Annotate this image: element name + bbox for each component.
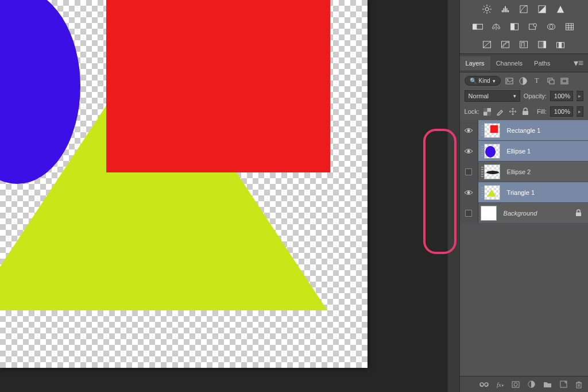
opacity-label: Opacity: xyxy=(524,93,547,99)
gradient-map-icon[interactable] xyxy=(537,40,547,49)
new-layer-icon[interactable] xyxy=(560,381,567,388)
panel-menu-icon[interactable]: ▾≡ xyxy=(569,54,588,72)
filter-smart-icon[interactable] xyxy=(559,76,570,86)
curves-icon[interactable] xyxy=(519,5,529,13)
link-layers-icon[interactable] xyxy=(479,382,489,387)
brightness-icon[interactable] xyxy=(482,5,492,13)
channel-mixer-icon[interactable] xyxy=(546,22,556,31)
layer-thumbnail[interactable] xyxy=(484,144,500,159)
filter-pixel-icon[interactable] xyxy=(504,76,514,86)
svg-rect-53 xyxy=(523,111,528,115)
svg-point-0 xyxy=(485,7,489,11)
posterize-icon[interactable] xyxy=(500,40,510,49)
svg-rect-64 xyxy=(577,383,581,388)
lock-row: Lock: Fill: 100% ▸ xyxy=(465,106,583,117)
svg-point-56 xyxy=(467,191,470,194)
visibility-toggle[interactable] xyxy=(460,182,478,202)
adjustment-layer-icon[interactable] xyxy=(528,381,535,388)
svg-point-55 xyxy=(467,150,470,152)
svg-rect-49 xyxy=(483,108,488,112)
svg-rect-38 xyxy=(544,41,546,48)
layer-thumbnail[interactable] xyxy=(481,206,497,221)
balance-icon[interactable] xyxy=(491,22,501,31)
invert-icon[interactable] xyxy=(482,40,492,49)
lock-icon xyxy=(575,209,588,217)
layer-name[interactable]: Triangle 1 xyxy=(502,189,588,196)
filter-kind-select[interactable]: 🔍Kind▾ xyxy=(465,76,501,86)
layers-panel: 🔍Kind▾ T Normal▾ Opacity: 100% ▸ Lock: xyxy=(460,72,588,120)
levels-icon[interactable] xyxy=(500,5,510,13)
svg-point-61 xyxy=(514,383,517,386)
opacity-value[interactable]: 100% xyxy=(550,91,573,101)
exposure-icon[interactable] xyxy=(537,5,547,13)
lock-label: Lock: xyxy=(465,108,479,115)
visibility-toggle[interactable] xyxy=(460,141,478,161)
photo-filter-icon[interactable] xyxy=(528,22,538,31)
panel-tabs: Layers Channels Paths ▾≡ xyxy=(460,53,588,72)
trash-icon[interactable] xyxy=(575,381,582,389)
fill-value[interactable]: 100% xyxy=(550,106,573,117)
layer-name[interactable]: Background xyxy=(499,210,575,217)
blend-mode-select[interactable]: Normal▾ xyxy=(465,90,520,102)
svg-point-19 xyxy=(493,27,495,29)
canvas-scrollbar-vertical[interactable] xyxy=(447,0,460,392)
canvas-area[interactable] xyxy=(0,0,447,392)
svg-rect-13 xyxy=(508,10,509,12)
document-canvas[interactable] xyxy=(0,0,368,368)
vibrance-icon[interactable] xyxy=(555,5,566,13)
visibility-toggle[interactable] xyxy=(460,203,478,223)
layer-row[interactable]: Triangle 1 xyxy=(460,182,588,203)
tab-paths[interactable]: Paths xyxy=(528,56,556,70)
layer-filter-row: 🔍Kind▾ T xyxy=(465,76,583,86)
tab-channels[interactable]: Channels xyxy=(490,56,528,70)
layers-list: Rectangle 1 Ellipse 1 Ellipse 2 Triangle… xyxy=(460,120,588,224)
filter-adjust-icon[interactable] xyxy=(518,76,528,86)
svg-point-20 xyxy=(498,27,500,29)
bw-icon[interactable] xyxy=(509,22,520,31)
visibility-toggle[interactable] xyxy=(460,120,478,140)
tab-layers[interactable]: Layers xyxy=(460,56,490,70)
lock-move-icon[interactable] xyxy=(508,107,517,116)
threshold-icon[interactable] xyxy=(519,40,529,49)
hue-icon[interactable] xyxy=(473,22,483,31)
layer-name[interactable]: Ellipse 1 xyxy=(502,148,588,155)
layer-thumbnail[interactable] xyxy=(484,164,500,179)
svg-rect-17 xyxy=(473,24,477,29)
mask-icon[interactable] xyxy=(512,381,520,388)
canvas-shape-rectangle[interactable] xyxy=(106,0,330,172)
filter-type-icon[interactable]: T xyxy=(532,76,542,86)
layer-row[interactable]: Background xyxy=(460,203,588,224)
lock-paint-icon[interactable] xyxy=(496,107,505,116)
svg-rect-9 xyxy=(502,10,503,12)
svg-point-42 xyxy=(507,79,508,80)
layer-thumbnail[interactable] xyxy=(484,185,500,200)
blend-row: Normal▾ Opacity: 100% ▸ xyxy=(465,90,583,102)
lock-transparent-icon[interactable] xyxy=(483,107,492,116)
layer-name[interactable]: Ellipse 2 xyxy=(502,168,588,175)
layer-thumbnail[interactable] xyxy=(484,123,500,138)
adjustments-row-3 xyxy=(460,36,588,53)
layer-row[interactable]: Ellipse 2 xyxy=(460,162,588,182)
svg-rect-11 xyxy=(505,6,506,12)
svg-line-6 xyxy=(489,11,490,13)
lut-icon[interactable] xyxy=(564,22,575,31)
svg-rect-27 xyxy=(566,24,574,30)
visibility-toggle[interactable] xyxy=(460,162,478,182)
svg-rect-14 xyxy=(520,5,527,12)
selective-color-icon[interactable] xyxy=(555,40,566,49)
layers-empty-area[interactable] xyxy=(460,224,588,376)
svg-point-24 xyxy=(533,24,537,27)
lock-all-icon[interactable] xyxy=(521,107,530,116)
layer-row[interactable]: Ellipse 1 xyxy=(460,141,588,162)
svg-rect-57 xyxy=(576,213,581,216)
layer-row[interactable]: Rectangle 1 xyxy=(460,120,588,141)
adjustments-row-2 xyxy=(460,18,588,36)
group-icon[interactable] xyxy=(543,381,552,388)
filter-shape-icon[interactable] xyxy=(546,76,556,86)
opacity-stepper[interactable]: ▸ xyxy=(577,91,583,101)
layers-footer: fx▾ xyxy=(460,376,588,392)
adjustments-row-1 xyxy=(460,0,588,18)
fx-icon[interactable]: fx▾ xyxy=(497,381,504,388)
layer-name[interactable]: Rectangle 1 xyxy=(502,127,588,134)
fill-stepper[interactable]: ▸ xyxy=(577,106,583,117)
